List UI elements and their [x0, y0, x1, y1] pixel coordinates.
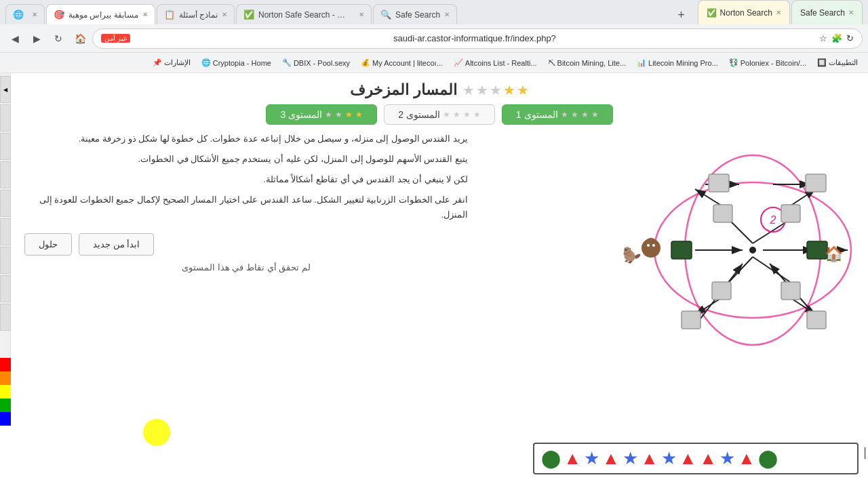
svg-point-34 — [644, 238, 658, 253]
safe-tab[interactable]: Safe Search ✕ — [791, 0, 863, 24]
bookmark-item[interactable]: 🔲التطبيقات — [812, 57, 863, 68]
bookmark-item[interactable]: 💰My Account | litecoı... — [356, 57, 448, 68]
left-panel-item-9[interactable] — [0, 304, 11, 331]
restart-button[interactable]: ابدأ من جديد — [79, 233, 154, 256]
bookmark-item[interactable]: ⛏Bitcoin Mining, Lite... — [543, 57, 631, 68]
text-panel: يريد القندس الوصول إلى منزله، و سيصل من … — [24, 131, 475, 362]
left-panel-item-8[interactable] — [0, 275, 11, 302]
bottom-shapes-bar: | ⬤▲★▲★▲★▲▲★▲⬤ — [24, 443, 868, 474]
tab-new-tab[interactable]: 🌐✕ — [5, 4, 45, 24]
shape-item-triangle-8[interactable]: ▲ — [699, 448, 717, 469]
tab-tab-competition[interactable]: 🎯مسابقة بيراس موهبة✕ — [46, 4, 155, 24]
svg-rect-31 — [682, 311, 701, 329]
address-bar-row: ◀ ▶ ↻ 🏠 غير آمن saudi-ar.castor-informat… — [0, 24, 868, 53]
bookmarks-bar: 📌الإشارات🌐Cryptopia - Home🔧DBIX - Pool.s… — [0, 53, 868, 73]
address-text: saudi-ar.castor-informatique.fr/index.ph… — [134, 33, 815, 43]
extension-icon[interactable]: 🧩 — [831, 33, 842, 43]
safe-tab-label: Safe Search — [800, 8, 845, 18]
shape-item-circle-11[interactable]: ⬤ — [758, 448, 778, 469]
level-tab-level3[interactable]: ★★★★المستوى 3 — [266, 104, 377, 125]
browser-window: 🌐✕🎯مسابقة بيراس موهبة✕📋نماذج أسئلة✕✅Nort… — [0, 0, 868, 73]
shape-item-circle-0[interactable]: ⬤ — [541, 448, 561, 469]
shape-item-star-9[interactable]: ★ — [719, 448, 735, 469]
svg-text:🏠: 🏠 — [825, 245, 844, 263]
reload-button[interactable]: ↻ — [49, 29, 68, 48]
score-text: لم تحقق أي نقاط في هذا المستوى — [24, 262, 468, 272]
svg-line-6 — [729, 257, 753, 282]
svg-point-24 — [749, 247, 756, 253]
svg-rect-21 — [806, 174, 826, 192]
norton-close-icon[interactable]: ✕ — [776, 9, 781, 16]
svg-rect-20 — [709, 174, 729, 192]
shape-item-triangle-7[interactable]: ▲ — [679, 448, 697, 469]
svg-point-28 — [810, 243, 824, 257]
svg-point-35 — [647, 244, 650, 247]
shape-item-triangle-1[interactable]: ▲ — [564, 448, 581, 469]
refresh-icon[interactable]: ↻ — [846, 33, 854, 43]
color-strip-item[interactable] — [0, 358, 11, 371]
left-panel-item-4[interactable] — [0, 161, 11, 188]
tab-bar: 🌐✕🎯مسابقة بيراس موهبة✕📋نماذج أسئلة✕✅Nort… — [0, 0, 868, 24]
svg-rect-29 — [712, 282, 731, 300]
tab-tab-safe[interactable]: 🔍Safe Search✕ — [373, 4, 457, 24]
left-panel-item-3[interactable] — [0, 133, 11, 160]
back-button[interactable]: ◀ — [5, 29, 24, 48]
title-star: ★ — [490, 82, 502, 98]
svg-line-4 — [729, 220, 753, 243]
description-paragraph: يريد القندس الوصول إلى منزله، و سيصل من … — [24, 131, 468, 146]
color-strip-item[interactable] — [0, 385, 11, 399]
solve-button[interactable]: حلول — [24, 233, 72, 256]
title-star: ★ — [476, 82, 488, 98]
game-svg: 2 — [488, 131, 854, 355]
shape-item-triangle-10[interactable]: ▲ — [738, 448, 755, 469]
page-title: المسار المزخرف — [350, 81, 456, 99]
left-panel-item-6[interactable] — [0, 218, 11, 245]
shape-item-star-6[interactable]: ★ — [661, 448, 677, 469]
color-strip-item[interactable] — [0, 371, 11, 385]
color-strip-item[interactable] — [0, 412, 11, 426]
level-tab-level1[interactable]: ★★★★المستوى 1 — [502, 104, 613, 125]
action-buttons: ابدأ من جديد حلول — [24, 233, 468, 256]
address-box[interactable]: غير آمن saudi-ar.castor-informatique.fr/… — [92, 28, 863, 49]
tab-tab-norton[interactable]: ✅Norton Safe Search - بيراس✕ — [236, 4, 372, 24]
norton-tab[interactable]: ✅ Norton Search ✕ — [698, 0, 790, 24]
svg-point-26 — [675, 243, 688, 257]
left-panel: ◀ — [0, 73, 11, 426]
level-tab-level2[interactable]: ★★★★المستوى 2 — [384, 104, 495, 125]
bookmark-item[interactable]: 🌐Cryptopia - Home — [197, 57, 276, 68]
shapes-container: ⬤▲★▲★▲★▲▲★▲⬤ — [533, 443, 859, 474]
description-paragraph: يتبع القندس الأسهم للوصول إلى المنزل، لك… — [24, 152, 468, 167]
svg-rect-32 — [807, 311, 826, 329]
home-button[interactable]: 🏠 — [71, 29, 90, 48]
left-panel-item-1[interactable]: ◀ — [0, 76, 11, 103]
bookmark-item[interactable]: 💱Poloniex - Bitcoin/... — [724, 57, 811, 68]
warning-badge: غير آمن — [101, 34, 130, 43]
safe-close-icon[interactable]: ✕ — [848, 9, 854, 16]
svg-rect-30 — [781, 282, 800, 300]
shape-item-triangle-5[interactable]: ▲ — [641, 448, 658, 469]
bookmark-item[interactable]: 📈Altcoins List - Realti... — [449, 57, 542, 68]
norton-icon: ✅ — [707, 8, 717, 18]
norton-tab-label: Norton Search — [720, 8, 772, 18]
content-layout: 2 — [11, 131, 868, 362]
left-panel-item-5[interactable] — [0, 190, 11, 217]
left-panel-item-7[interactable] — [0, 247, 11, 274]
shape-item-star-4[interactable]: ★ — [623, 448, 638, 469]
level-tabs: ★★★★المستوى 1★★★★المستوى 2★★★★المستوى 3 — [79, 104, 800, 125]
left-panel-item-2[interactable] — [0, 104, 11, 131]
bookmark-item[interactable]: 📊Litecoin Mining Pro... — [632, 57, 723, 68]
bookmark-item[interactable]: 🔧DBIX - Pool.sexy — [277, 57, 355, 68]
color-strip-item[interactable] — [0, 399, 11, 412]
game-area[interactable]: 2 — [488, 131, 854, 362]
color-strip — [0, 358, 11, 426]
bookmark-star-icon[interactable]: ☆ — [819, 33, 827, 43]
svg-rect-23 — [781, 205, 800, 222]
shape-item-star-2[interactable]: ★ — [584, 448, 599, 469]
shape-item-triangle-3[interactable]: ▲ — [602, 448, 620, 469]
bookmark-item[interactable]: 📌الإشارات — [148, 57, 195, 68]
forward-button[interactable]: ▶ — [27, 29, 46, 48]
svg-point-36 — [652, 244, 655, 247]
new-tab-button[interactable]: + — [672, 5, 691, 24]
title-star: ★ — [462, 82, 475, 98]
tab-tab-examples[interactable]: 📋نماذج أسئلة✕ — [157, 4, 235, 24]
